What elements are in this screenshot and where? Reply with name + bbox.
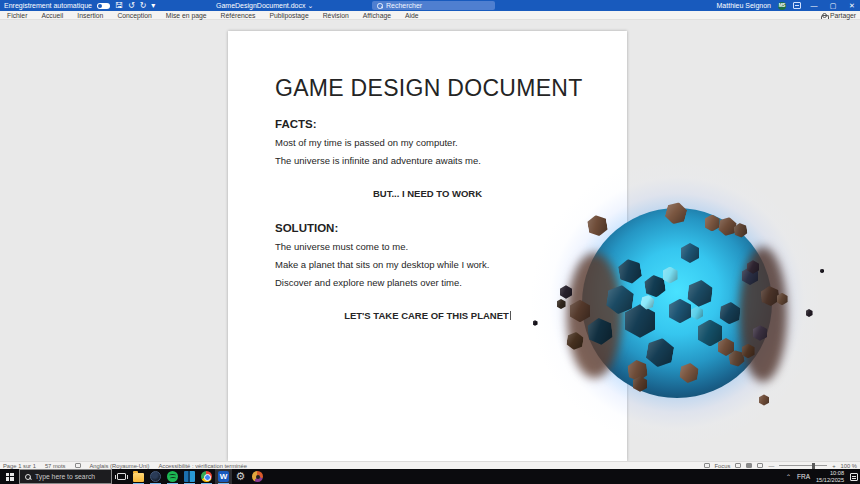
word-count[interactable]: 57 mots bbox=[45, 463, 66, 469]
doc-paragraph: BUT... I NEED TO WORK bbox=[275, 189, 580, 200]
zoom-in-button[interactable]: + bbox=[832, 463, 835, 469]
proofing-icon[interactable] bbox=[75, 463, 81, 468]
doc-body: FACTS:Most of my time is passed on my co… bbox=[275, 118, 580, 322]
app-icon bbox=[201, 471, 212, 482]
taskbar-app-button-steam[interactable] bbox=[147, 469, 164, 484]
app-icon bbox=[167, 471, 178, 482]
taskbar-app-button-word[interactable]: W bbox=[215, 469, 232, 484]
customize-toolbar-icon[interactable]: ▾ bbox=[151, 0, 155, 11]
ribbon-tab[interactable]: Aide bbox=[398, 11, 426, 20]
taskbar-clock[interactable]: 10:08 15/12/2025 bbox=[816, 470, 844, 484]
autosave-toggle[interactable] bbox=[97, 3, 110, 9]
word-titlebar: Enregistrement automatique 🖫 ↺ ↻ ▾ GameD… bbox=[0, 0, 860, 11]
taskbar-app-button-blue-panels-app[interactable] bbox=[181, 469, 198, 484]
language-indicator[interactable]: Anglais (Royaume-Uni) bbox=[90, 463, 150, 469]
zoom-level[interactable]: 100 % bbox=[841, 463, 857, 469]
start-button[interactable] bbox=[0, 469, 19, 484]
web-layout-icon[interactable] bbox=[757, 463, 763, 468]
zoom-out-button[interactable]: — bbox=[768, 463, 774, 469]
maximize-button[interactable]: ▢ bbox=[827, 0, 839, 11]
app-icon bbox=[252, 471, 263, 482]
taskbar-app-button-spotify[interactable] bbox=[164, 469, 181, 484]
titlebar-right: Matthieu Seignon MS — ▢ ✕ bbox=[717, 0, 858, 11]
undo-icon[interactable]: ↺ bbox=[128, 0, 135, 11]
zoom-slider[interactable] bbox=[779, 465, 827, 466]
windows-taskbar: Type here to search W⚙ ⌃ FRA 10:08 15/12… bbox=[0, 469, 860, 484]
taskbar-app-button-settings[interactable]: ⚙ bbox=[232, 469, 249, 484]
task-view-button[interactable] bbox=[115, 471, 127, 482]
language-badge[interactable]: FRA bbox=[797, 473, 810, 480]
taskbar-search-input[interactable]: Type here to search bbox=[19, 469, 112, 484]
desktop-screen: Enregistrement automatique 🖫 ↺ ↻ ▾ GameD… bbox=[0, 0, 860, 484]
ribbon-tab[interactable]: Fichier bbox=[0, 11, 34, 20]
task-view-icon bbox=[117, 473, 126, 480]
app-icon: W bbox=[218, 471, 229, 482]
quick-access-toolbar: Enregistrement automatique 🖫 ↺ ↻ ▾ bbox=[4, 0, 155, 11]
focus-icon[interactable] bbox=[704, 463, 710, 468]
user-name[interactable]: Matthieu Seignon bbox=[717, 2, 771, 9]
ribbon-tab[interactable]: Publipostage bbox=[262, 11, 315, 20]
windows-logo-icon bbox=[6, 473, 14, 481]
ribbon-tab[interactable]: Conception bbox=[110, 11, 158, 20]
statusbar-left: Page 1 sur 1 57 mots Anglais (Royaume-Un… bbox=[3, 462, 247, 469]
zoom-slider-thumb[interactable] bbox=[812, 463, 815, 469]
document-page[interactable]: GAME DESIGN DOCUMENT FACTS:Most of my ti… bbox=[228, 31, 627, 461]
doc-paragraph: FACTS: bbox=[275, 118, 580, 131]
document-title[interactable]: GameDesignDocument.docx ⌄ bbox=[216, 0, 313, 11]
search-icon bbox=[377, 3, 382, 8]
focus-label[interactable]: Focus bbox=[715, 463, 731, 469]
print-layout-icon[interactable] bbox=[746, 463, 752, 468]
hidden-icons-chevron[interactable]: ⌃ bbox=[786, 473, 791, 480]
ribbon-tab[interactable]: Accueil bbox=[34, 11, 70, 20]
statusbar-right: Focus — + 100 % bbox=[704, 462, 857, 469]
taskbar-search-placeholder: Type here to search bbox=[35, 473, 95, 480]
ribbon-tab[interactable]: Révision bbox=[316, 11, 356, 20]
ribbon-tab[interactable]: Références bbox=[214, 11, 263, 20]
clock-date: 15/12/2025 bbox=[816, 477, 844, 483]
ribbon-tab-row: FichierAccueilInsertionConceptionMise en… bbox=[0, 11, 860, 20]
app-icon: ⚙ bbox=[235, 471, 246, 482]
doc-paragraph: SOLUTION: bbox=[275, 222, 580, 235]
doc-paragraph: Make a planet that sits on my desktop wh… bbox=[275, 260, 580, 271]
accessibility-status[interactable]: Accessibilité : vérification terminée bbox=[158, 463, 247, 469]
document-area: GAME DESIGN DOCUMENT FACTS:Most of my ti… bbox=[0, 20, 860, 461]
ribbon-tab[interactable]: Mise en page bbox=[159, 11, 214, 20]
notification-center-icon[interactable] bbox=[850, 473, 858, 481]
autosave-label: Enregistrement automatique bbox=[4, 2, 92, 9]
app-icon bbox=[184, 471, 195, 482]
ribbon-tab[interactable]: Affichage bbox=[356, 11, 398, 20]
page-count[interactable]: Page 1 sur 1 bbox=[3, 463, 36, 469]
doc-heading-title: GAME DESIGN DOCUMENT bbox=[275, 75, 580, 102]
doc-paragraph: LET'S TAKE CARE OF THIS PLANET bbox=[275, 311, 580, 322]
taskbar-app-button-file-explorer[interactable] bbox=[130, 469, 147, 484]
ribbon-tab[interactable]: Insertion bbox=[70, 11, 110, 20]
minimize-button[interactable]: — bbox=[808, 0, 820, 11]
read-mode-icon[interactable] bbox=[735, 463, 741, 468]
search-icon bbox=[25, 474, 31, 480]
search-placeholder: Rechercher bbox=[386, 2, 422, 9]
share-icon bbox=[821, 13, 827, 19]
app-icon bbox=[133, 473, 144, 482]
redo-icon[interactable]: ↻ bbox=[140, 0, 147, 11]
ribbon-search-box[interactable]: Rechercher bbox=[372, 1, 495, 10]
doc-paragraph: Most of my time is passed on my computer… bbox=[275, 138, 580, 149]
taskbar-apps: W⚙ bbox=[130, 469, 266, 484]
user-avatar[interactable]: MS bbox=[778, 2, 786, 10]
share-label: Partager bbox=[830, 12, 856, 19]
clock-time: 10:08 bbox=[830, 470, 844, 476]
doc-paragraph: The universe is infinite and adventure a… bbox=[275, 156, 580, 167]
share-button[interactable]: Partager bbox=[821, 11, 856, 20]
close-button[interactable]: ✕ bbox=[846, 0, 858, 11]
doc-paragraph: The universe must come to me. bbox=[275, 242, 580, 253]
taskbar-app-button-color-wheel-app[interactable] bbox=[249, 469, 266, 484]
word-statusbar: Page 1 sur 1 57 mots Anglais (Royaume-Un… bbox=[0, 461, 860, 469]
ribbon-display-options-icon[interactable] bbox=[793, 2, 801, 9]
app-icon bbox=[150, 471, 161, 482]
taskbar-app-button-chrome[interactable] bbox=[198, 469, 215, 484]
system-tray: ⌃ FRA 10:08 15/12/2025 bbox=[786, 469, 858, 484]
doc-paragraph: Discover and explore new planets over ti… bbox=[275, 278, 580, 289]
save-icon[interactable]: 🖫 bbox=[115, 0, 123, 11]
